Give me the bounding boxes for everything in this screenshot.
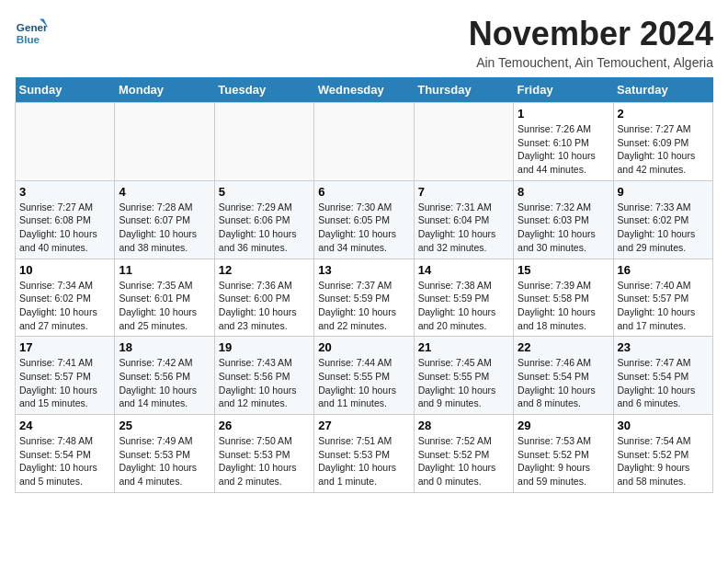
month-title: November 2024 [469, 15, 713, 53]
logo: General Blue [15, 15, 48, 48]
weekday-header: Tuesday [214, 77, 313, 103]
calendar-cell: 14Sunrise: 7:38 AM Sunset: 5:59 PM Dayli… [414, 259, 513, 337]
day-info: Sunrise: 7:47 AM Sunset: 5:54 PM Dayligh… [618, 356, 709, 410]
day-info: Sunrise: 7:42 AM Sunset: 5:56 PM Dayligh… [119, 356, 210, 410]
day-number: 10 [19, 263, 110, 277]
day-number: 21 [418, 340, 509, 354]
day-number: 22 [518, 340, 609, 354]
day-info: Sunrise: 7:54 AM Sunset: 5:52 PM Dayligh… [618, 434, 709, 488]
day-number: 8 [518, 185, 609, 199]
calendar-cell: 15Sunrise: 7:39 AM Sunset: 5:58 PM Dayli… [514, 259, 613, 337]
calendar-cell: 2Sunrise: 7:27 AM Sunset: 6:09 PM Daylig… [613, 103, 712, 181]
calendar-table: SundayMondayTuesdayWednesdayThursdayFrid… [15, 77, 713, 493]
day-info: Sunrise: 7:40 AM Sunset: 5:57 PM Dayligh… [618, 279, 709, 333]
calendar-week-row: 1Sunrise: 7:26 AM Sunset: 6:10 PM Daylig… [16, 103, 713, 181]
calendar-cell: 12Sunrise: 7:36 AM Sunset: 6:00 PM Dayli… [214, 259, 313, 337]
day-number: 7 [418, 185, 509, 199]
day-number: 16 [618, 263, 709, 277]
calendar-cell: 5Sunrise: 7:29 AM Sunset: 6:06 PM Daylig… [214, 180, 313, 259]
day-info: Sunrise: 7:35 AM Sunset: 6:01 PM Dayligh… [119, 279, 210, 333]
day-number: 29 [518, 419, 609, 432]
day-number: 9 [618, 185, 709, 199]
day-info: Sunrise: 7:51 AM Sunset: 5:53 PM Dayligh… [318, 434, 409, 488]
calendar-week-row: 24Sunrise: 7:48 AM Sunset: 5:54 PM Dayli… [16, 415, 713, 493]
calendar-cell: 4Sunrise: 7:28 AM Sunset: 6:07 PM Daylig… [115, 180, 214, 259]
calendar-cell: 8Sunrise: 7:32 AM Sunset: 6:03 PM Daylig… [514, 180, 613, 259]
calendar-cell [214, 103, 313, 181]
day-info: Sunrise: 7:48 AM Sunset: 5:54 PM Dayligh… [19, 434, 110, 488]
day-info: Sunrise: 7:46 AM Sunset: 5:54 PM Dayligh… [518, 356, 609, 410]
calendar-cell: 20Sunrise: 7:44 AM Sunset: 5:55 PM Dayli… [314, 337, 414, 415]
day-info: Sunrise: 7:53 AM Sunset: 5:52 PM Dayligh… [518, 434, 609, 488]
svg-text:General: General [17, 21, 48, 33]
day-info: Sunrise: 7:38 AM Sunset: 5:59 PM Dayligh… [418, 279, 509, 333]
day-info: Sunrise: 7:30 AM Sunset: 6:05 PM Dayligh… [318, 201, 409, 255]
weekday-header: Friday [514, 77, 613, 103]
day-info: Sunrise: 7:32 AM Sunset: 6:03 PM Dayligh… [518, 201, 609, 255]
calendar-cell: 6Sunrise: 7:30 AM Sunset: 6:05 PM Daylig… [314, 180, 414, 259]
weekday-header: Saturday [613, 77, 712, 103]
svg-text:Blue: Blue [17, 33, 40, 45]
day-info: Sunrise: 7:41 AM Sunset: 5:57 PM Dayligh… [19, 356, 110, 410]
location-title: Ain Temouchent, Ain Temouchent, Algeria [469, 55, 713, 70]
day-number: 6 [318, 185, 409, 199]
calendar-cell: 11Sunrise: 7:35 AM Sunset: 6:01 PM Dayli… [115, 259, 214, 337]
day-info: Sunrise: 7:45 AM Sunset: 5:55 PM Dayligh… [418, 356, 509, 410]
calendar-cell: 21Sunrise: 7:45 AM Sunset: 5:55 PM Dayli… [414, 337, 513, 415]
weekday-header: Wednesday [314, 77, 414, 103]
logo-icon: General Blue [15, 15, 48, 48]
day-info: Sunrise: 7:34 AM Sunset: 6:02 PM Dayligh… [19, 279, 110, 333]
weekday-header: Monday [115, 77, 214, 103]
calendar-cell: 25Sunrise: 7:49 AM Sunset: 5:53 PM Dayli… [115, 415, 214, 493]
calendar-cell: 16Sunrise: 7:40 AM Sunset: 5:57 PM Dayli… [613, 259, 712, 337]
calendar-cell: 10Sunrise: 7:34 AM Sunset: 6:02 PM Dayli… [16, 259, 115, 337]
calendar-cell: 3Sunrise: 7:27 AM Sunset: 6:08 PM Daylig… [16, 180, 115, 259]
day-info: Sunrise: 7:36 AM Sunset: 6:00 PM Dayligh… [219, 279, 310, 333]
calendar-week-row: 17Sunrise: 7:41 AM Sunset: 5:57 PM Dayli… [16, 337, 713, 415]
calendar-cell: 24Sunrise: 7:48 AM Sunset: 5:54 PM Dayli… [16, 415, 115, 493]
calendar-cell: 13Sunrise: 7:37 AM Sunset: 5:59 PM Dayli… [314, 259, 414, 337]
day-info: Sunrise: 7:27 AM Sunset: 6:09 PM Dayligh… [618, 122, 709, 177]
day-info: Sunrise: 7:33 AM Sunset: 6:02 PM Dayligh… [618, 201, 709, 255]
weekday-header: Thursday [414, 77, 513, 103]
day-number: 28 [418, 419, 509, 432]
calendar-cell: 7Sunrise: 7:31 AM Sunset: 6:04 PM Daylig… [414, 180, 513, 259]
calendar-cell [314, 103, 414, 181]
calendar-cell: 27Sunrise: 7:51 AM Sunset: 5:53 PM Dayli… [314, 415, 414, 493]
day-info: Sunrise: 7:49 AM Sunset: 5:53 PM Dayligh… [119, 434, 210, 488]
calendar-cell [115, 103, 214, 181]
day-number: 12 [219, 263, 310, 277]
calendar-cell [16, 103, 115, 181]
day-info: Sunrise: 7:50 AM Sunset: 5:53 PM Dayligh… [219, 434, 310, 488]
day-number: 17 [19, 340, 110, 354]
day-number: 19 [219, 340, 310, 354]
day-number: 25 [119, 419, 210, 432]
day-info: Sunrise: 7:26 AM Sunset: 6:10 PM Dayligh… [518, 122, 609, 177]
day-number: 23 [618, 340, 709, 354]
weekday-header: Sunday [16, 77, 115, 103]
day-number: 5 [219, 185, 310, 199]
day-number: 3 [19, 185, 110, 199]
day-number: 26 [219, 419, 310, 432]
day-number: 4 [119, 185, 210, 199]
day-info: Sunrise: 7:27 AM Sunset: 6:08 PM Dayligh… [19, 201, 110, 255]
calendar-cell: 26Sunrise: 7:50 AM Sunset: 5:53 PM Dayli… [214, 415, 313, 493]
day-number: 15 [518, 263, 609, 277]
calendar-week-row: 10Sunrise: 7:34 AM Sunset: 6:02 PM Dayli… [16, 259, 713, 337]
day-info: Sunrise: 7:29 AM Sunset: 6:06 PM Dayligh… [219, 201, 310, 255]
day-info: Sunrise: 7:28 AM Sunset: 6:07 PM Dayligh… [119, 201, 210, 255]
day-number: 27 [318, 419, 409, 432]
title-area: November 2024 Ain Temouchent, Ain Temouc… [469, 15, 713, 70]
day-number: 1 [518, 107, 609, 121]
day-number: 30 [618, 419, 709, 432]
day-info: Sunrise: 7:52 AM Sunset: 5:52 PM Dayligh… [418, 434, 509, 488]
day-info: Sunrise: 7:37 AM Sunset: 5:59 PM Dayligh… [318, 279, 409, 333]
day-info: Sunrise: 7:39 AM Sunset: 5:58 PM Dayligh… [518, 279, 609, 333]
calendar-week-row: 3Sunrise: 7:27 AM Sunset: 6:08 PM Daylig… [16, 180, 713, 259]
calendar-cell [414, 103, 513, 181]
day-number: 2 [618, 107, 709, 121]
calendar-cell: 9Sunrise: 7:33 AM Sunset: 6:02 PM Daylig… [613, 180, 712, 259]
day-number: 24 [19, 419, 110, 432]
calendar-cell: 22Sunrise: 7:46 AM Sunset: 5:54 PM Dayli… [514, 337, 613, 415]
calendar-cell: 28Sunrise: 7:52 AM Sunset: 5:52 PM Dayli… [414, 415, 513, 493]
